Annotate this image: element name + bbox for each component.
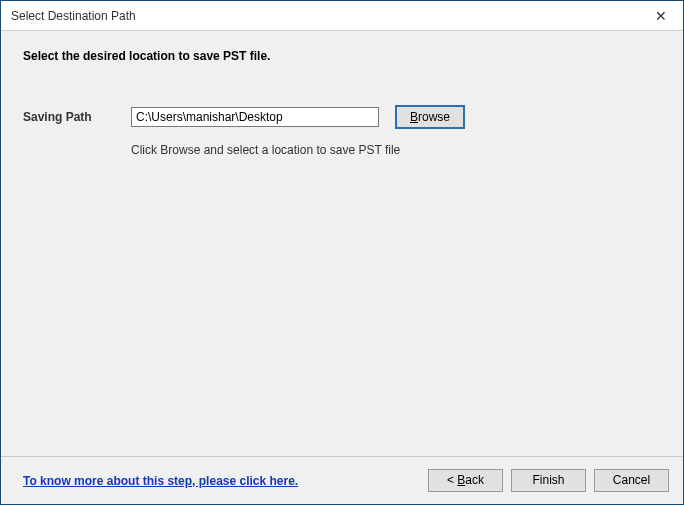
cancel-button[interactable]: Cancel [594, 469, 669, 492]
back-prefix: < [447, 473, 457, 487]
saving-path-label: Saving Path [23, 110, 131, 124]
back-button[interactable]: < Back [428, 469, 503, 492]
back-rest: ack [465, 473, 484, 487]
saving-path-row: Saving Path Browse [23, 105, 661, 129]
footer-bar: To know more about this step, please cli… [1, 456, 683, 504]
finish-button[interactable]: Finish [511, 469, 586, 492]
titlebar: Select Destination Path ✕ [1, 1, 683, 31]
dialog-window: Select Destination Path ✕ Select the des… [0, 0, 684, 505]
close-button[interactable]: ✕ [638, 1, 683, 31]
close-icon: ✕ [655, 8, 667, 24]
hint-text: Click Browse and select a location to sa… [131, 143, 661, 157]
instruction-text: Select the desired location to save PST … [23, 49, 661, 63]
browse-button[interactable]: Browse [395, 105, 465, 129]
help-link[interactable]: To know more about this step, please cli… [23, 474, 298, 488]
content-area: Select the desired location to save PST … [1, 31, 683, 456]
browse-rest: rowse [418, 110, 450, 124]
browse-mnemonic: B [410, 110, 418, 124]
saving-path-input[interactable] [131, 107, 379, 127]
window-title: Select Destination Path [11, 9, 638, 23]
